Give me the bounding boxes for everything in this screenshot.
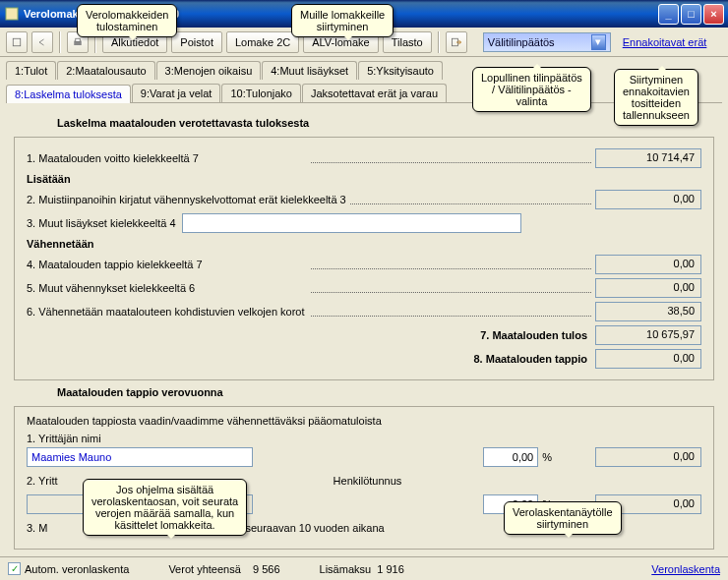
tab-muut-lisaykset[interactable]: 4:Muut lisäykset [262,61,357,80]
tab-tulot[interactable]: 1:Tulot [6,61,56,80]
balloon-ennak: Siirtyminen ennakoitavien tositteiden ta… [614,69,698,126]
lomake-2c-button[interactable]: Lomake 2C [226,31,299,53]
row1-label: 1. Maatalouden voitto kielekkeeltä 7 [27,152,307,164]
balloon-verolask-info: Jos ohjelma sisältää verolaskentaosan, v… [83,479,247,536]
chevron-down-icon: ▾ [591,34,606,50]
exit-button[interactable] [446,31,467,53]
row4-value: 0,00 [595,255,701,274]
dropdown-value: Välitilinpäätös [488,36,591,48]
svg-rect-1 [13,38,21,46]
balloon-dropdown: Lopullinen tilinpäätös / Välitilinpäätös… [472,67,591,112]
app-icon [4,6,20,22]
tab-jaksotettavat[interactable]: Jaksotettavat erät ja varau [302,84,447,102]
row3-prefix: 3. M [27,522,47,534]
poistot-button[interactable]: Poistot [171,31,222,53]
check-icon: ✓ [8,562,21,575]
status-bar: ✓ Autom. veronlaskenta Verot yhteensä 9 … [0,556,728,580]
balloon-print: Verolomakkeiden tulostaminen [77,4,177,37]
y1-label: 1. Yrittäjän nimi [27,433,701,444]
tab-maatalousauto[interactable]: 2:Maatalousauto [57,61,154,80]
row6-value: 38,50 [595,302,701,321]
section1-box: 1. Maatalouden voitto kielekkeeltä 7 10 … [14,137,714,380]
row8-value: 0,00 [595,349,701,369]
row7-label: 7. Maatalouden tulos [27,329,595,341]
ennakoitavat-link[interactable]: Ennakoitavat erät [623,36,707,48]
veronlaskenta-link[interactable]: Veronlaskenta [651,563,720,575]
tool-button-1[interactable] [6,31,28,53]
maximize-button[interactable]: □ [681,4,701,25]
row3-input[interactable] [182,213,521,233]
y1-name-input[interactable] [27,447,253,467]
tab-menojen-oikaisu[interactable]: 3:Menojen oikaisu [156,61,262,80]
row6-label: 6. Vähennetään maatalouteen kohdistuvien… [27,306,307,318]
row5-value: 0,00 [595,278,701,298]
y1-pct-input[interactable] [483,447,538,467]
row7-value: 10 675,97 [595,325,701,345]
y1-value: 0,00 [595,447,701,467]
row4-label: 4. Maatalouden tappio kielekkeeltä 7 [27,259,307,270]
tilinpaatos-dropdown[interactable]: Välitilinpäätös ▾ [483,32,611,52]
tab-laskelma-tuloksesta[interactable]: 8:Laskelma tuloksesta [6,85,131,103]
row3-label: 3. Muut lisäykset kielekkeeltä 4 [27,217,176,229]
close-button[interactable]: × [703,4,724,25]
section2-title: Maatalouden tappio verovuonna [57,386,714,398]
row5-label: 5. Muut vähennykset kielekkeeltä 6 [27,282,307,294]
vahennetaan-header: Vähennetään [27,238,701,250]
autom-veronlaskenta-checkbox[interactable]: ✓ Autom. veronlaskenta [8,562,129,575]
minimize-button[interactable]: _ [658,4,679,25]
lisataan-header: Lisätään [27,173,701,185]
row8-label: 8. Maatalouden tappio [27,353,595,365]
balloon-verolask-link: Verolaskentanäytölle siirtyminen [504,501,622,535]
balloon-forms: Muille lomakkeille siirtyminen [291,4,394,37]
henk-label: Henkilötunnus [334,475,402,487]
row2-label: 2. Muistiinpanoihin kirjatut vähennyskel… [27,194,346,205]
section2-intro: Maatalouden tappiosta vaadin/vaadimme vä… [27,415,701,427]
y2-label: 2. Yritt [27,475,58,487]
row2-value: 0,00 [595,190,701,209]
tab-yksityisauto[interactable]: 5:Yksityisauto [358,61,443,80]
check-label: Autom. veronlaskenta [25,563,129,575]
row1-value: 10 714,47 [595,148,701,168]
svg-rect-3 [76,38,81,41]
row3-suffix: si seuraavan 10 vuoden aikana [234,522,384,534]
tab-tulonjako[interactable]: 10:Tulonjako [221,84,301,102]
tab-varat-velat[interactable]: 9:Varat ja velat [132,84,221,102]
undo-button[interactable] [31,31,53,53]
svg-rect-0 [6,8,18,20]
